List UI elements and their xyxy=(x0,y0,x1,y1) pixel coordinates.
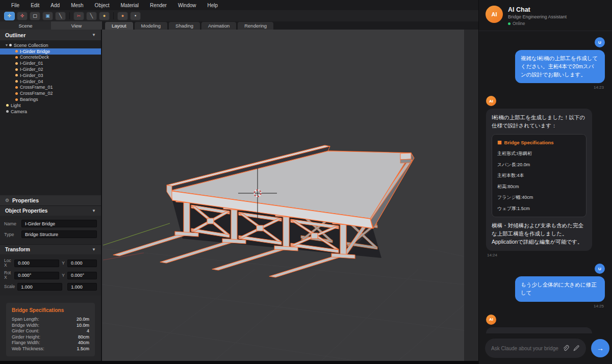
outliner-item-scene-collection[interactable]: ▼ Scene Collection xyxy=(0,42,101,48)
menu-item-render[interactable]: Render xyxy=(145,3,172,8)
outliner-title: Outliner xyxy=(5,32,26,38)
rot-x-input[interactable] xyxy=(14,272,59,279)
measure-tool-button[interactable]: ● xyxy=(99,12,110,20)
outliner-item-light[interactable]: Light xyxy=(0,102,101,109)
name-field[interactable] xyxy=(21,220,97,227)
viewport-3d[interactable] xyxy=(102,30,464,361)
rot-y-input[interactable] xyxy=(67,272,97,279)
table-icon: ▦ xyxy=(497,139,502,146)
move-tool-button[interactable]: ▢ xyxy=(30,12,40,20)
assistant-text: 横構・対傾構および支承も含めた完全な上部工構造を作成しました。Applicati… xyxy=(492,222,586,246)
user-message-bubble: もう少し全体的に大きめに修正して xyxy=(515,276,605,302)
chat-subtitle: Bridge Engineering Assistant xyxy=(508,14,567,19)
spec-card-title: Bridge Specifications xyxy=(504,139,554,146)
menu-item-window[interactable]: Window xyxy=(173,3,201,8)
select-tool-icon: ✛ xyxy=(8,14,12,18)
knife-tool-icon: ╲ xyxy=(90,14,93,18)
outliner-item-i-girder-02[interactable]: I-Girder_02 xyxy=(0,66,101,72)
attachment-icon[interactable] xyxy=(562,345,569,352)
timestamp: 14:24 xyxy=(487,253,497,257)
outliner-item-camera[interactable]: Camera xyxy=(0,109,101,115)
tab-rendering[interactable]: Rendering xyxy=(238,22,273,30)
outliner-item-i-girder-bridge[interactable]: I-Girder Bridge xyxy=(0,48,101,55)
outliner-tree: ▼ Scene Collection I-Girder Bridge Concr… xyxy=(0,40,101,195)
outliner-item-i-girder-04[interactable]: I-Girder_04 xyxy=(0,79,101,85)
bridge-specifications-panel: Bridge Specifications Span Length:20.0m … xyxy=(6,303,95,356)
scale-tool-icon: ▣ xyxy=(45,14,50,18)
transform-header[interactable]: Transform ▼ xyxy=(0,244,101,254)
loc-x-input[interactable] xyxy=(14,259,59,267)
chevron-down-icon[interactable]: ▼ xyxy=(92,247,96,252)
toolbar-separator xyxy=(69,12,70,19)
rot-y-label: Y xyxy=(62,273,65,278)
chat-title: AI Chat xyxy=(508,6,567,13)
timestamp: 14:25 xyxy=(594,304,604,308)
loc-y-input[interactable] xyxy=(67,259,97,267)
tabs-row: Scene View Layout Modeling Shading Anima… xyxy=(0,21,478,30)
chevron-down-icon[interactable]: ▼ xyxy=(92,209,96,213)
annotate-tool-button[interactable]: ╲ xyxy=(55,12,66,20)
outliner-item-i-girder-03[interactable]: I-Girder_03 xyxy=(0,72,101,79)
properties-title: Properties xyxy=(12,197,39,203)
collection-icon xyxy=(9,44,12,46)
transform-body: Loc X Y Rot X Y Scale xyxy=(0,254,101,296)
assistant-message: AI 承知しました。主桁本数やその他パラメータを調整して、全体的に大きめのI桁橋… xyxy=(486,315,605,333)
loc-x-label: Loc X xyxy=(4,258,12,268)
scale-x-input[interactable] xyxy=(17,283,62,291)
tab-shading[interactable]: Shading xyxy=(169,22,200,30)
tab-layout[interactable]: Layout xyxy=(105,22,133,30)
cut-tool-button[interactable]: ✂ xyxy=(73,12,84,20)
menu-item-file[interactable]: File xyxy=(6,3,24,8)
pen-icon[interactable] xyxy=(573,345,580,352)
object-properties-body: Name Type xyxy=(0,216,101,244)
cut-tool-icon: ✂ xyxy=(77,14,81,18)
extra-tool-icon: • xyxy=(135,14,136,18)
cursor-tool-button[interactable]: ✜ xyxy=(17,12,28,20)
tab-scene[interactable]: Scene xyxy=(0,21,51,30)
outliner-item-concretedeck[interactable]: ConcreteDeck xyxy=(0,55,101,61)
menu-item-help[interactable]: Help xyxy=(202,3,223,8)
filter-icon[interactable]: ▼ xyxy=(92,33,96,37)
assistant-message-bubble: 承知しました。主桁本数やその他パラメータを調整して、全体的に大きめのI桁橋になる… xyxy=(486,327,592,333)
bottom-edge xyxy=(0,361,478,364)
object-icon xyxy=(15,80,18,83)
menu-item-add[interactable]: Add xyxy=(45,3,65,8)
panel-gap xyxy=(464,30,478,361)
assistant-text: I桁橋の上部工を生成しました！以下の仕様で設計されています： xyxy=(492,114,586,130)
left-sidebar: Outliner ▼ ▼ Scene Collection I-Girder B… xyxy=(0,30,102,361)
extra-tool-button[interactable]: • xyxy=(130,12,141,20)
scale-tool-button[interactable]: ▣ xyxy=(42,12,53,20)
rot-x-label: Rot X xyxy=(4,271,12,280)
object-icon xyxy=(15,56,18,59)
type-field[interactable] xyxy=(21,230,97,238)
menu-item-object[interactable]: Object xyxy=(90,3,115,8)
scale-y-input[interactable] xyxy=(67,283,97,291)
menu-item-mesh[interactable]: Mesh xyxy=(66,3,88,8)
select-tool-button[interactable]: ✛ xyxy=(4,12,15,20)
object-properties-header[interactable]: Object Properties ▼ xyxy=(0,205,101,216)
addcube-tool-button[interactable]: ● xyxy=(117,12,128,20)
chat-header: AI AI Chat Bridge Engineering Assistant … xyxy=(479,0,612,31)
application-window: File Edit Add Mesh Object Material Rende… xyxy=(0,0,612,364)
menu-item-material[interactable]: Material xyxy=(116,3,144,8)
collapse-caret-icon[interactable]: ▼ xyxy=(4,43,9,47)
tab-modeling[interactable]: Modeling xyxy=(135,22,168,30)
chat-input[interactable] xyxy=(491,346,558,351)
tab-animation[interactable]: Animation xyxy=(201,22,236,30)
outliner-item-crossframe-01[interactable]: CrossFrame_01 xyxy=(0,85,101,91)
send-button[interactable]: → xyxy=(591,339,609,357)
addcube-tool-icon: ● xyxy=(121,14,124,18)
knife-tool-button[interactable]: ╲ xyxy=(86,12,97,20)
tab-view[interactable]: View xyxy=(51,21,102,30)
ai-avatar: AI xyxy=(486,96,496,106)
user-message: U もう少し全体的に大きめに修正して 14:25 xyxy=(486,264,605,315)
chat-input-bar: → xyxy=(479,333,612,364)
outliner-item-bearings[interactable]: Bearings xyxy=(0,96,101,102)
user-message: U 複雑なI桁橋の上部工を作成してください。主桁4本で20mスパンの設計でお願い… xyxy=(486,37,605,96)
editor-tabs: Scene View xyxy=(0,21,102,30)
online-status-icon xyxy=(508,22,511,25)
ai-avatar: AI xyxy=(486,315,496,325)
outliner-item-i-girder-01[interactable]: I-Girder_01 xyxy=(0,60,101,66)
menu-item-edit[interactable]: Edit xyxy=(26,3,44,8)
outliner-item-crossframe-02[interactable]: CrossFrame_02 xyxy=(0,90,101,96)
